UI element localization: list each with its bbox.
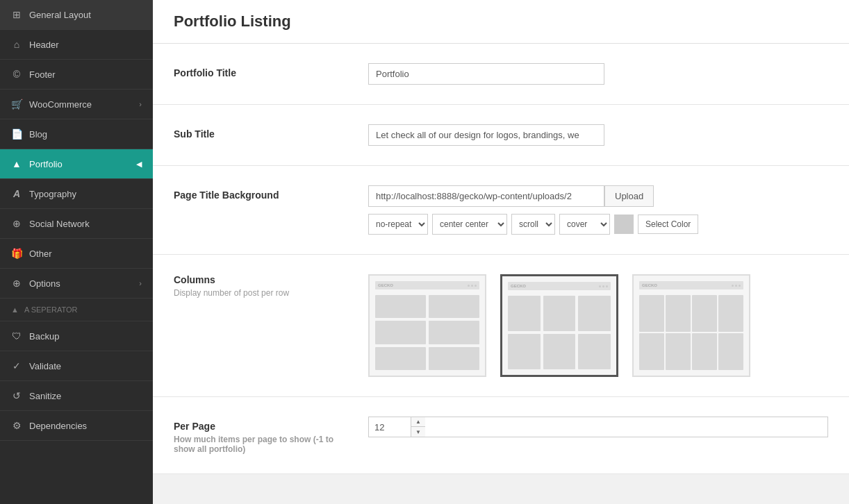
sidebar-item-label: WooCommerce — [29, 99, 92, 110]
per-page-controls: ▲ ▼ — [368, 417, 828, 437]
columns-label-area: Columns Display number of post per row — [174, 274, 354, 377]
columns-sublabel: Display number of post per row — [174, 288, 354, 298]
spinner-buttons: ▲ ▼ — [411, 417, 425, 437]
thumb-grid-3 — [508, 296, 611, 369]
bg-options-row: no-repeat repeat repeat-x repeat-y cente… — [368, 214, 828, 235]
col-4-thumb[interactable]: GECKO — [632, 274, 750, 377]
sidebar-item-label: Typography — [29, 189, 76, 199]
home-icon: ⌂ — [11, 39, 22, 50]
page-bg-section: Page Title Background Upload no-repeat r… — [153, 166, 849, 255]
page-title-bar: Portfolio Listing — [153, 0, 849, 44]
sidebar-item-label: Footer — [29, 69, 56, 80]
sidebar-item-dependencies[interactable]: ⚙ Dependencies — [0, 411, 153, 441]
chevron-right-icon-options: › — [139, 279, 142, 287]
sidebar-item-portfolio[interactable]: ▲ Portfolio ◀ — [0, 149, 153, 179]
thumb-header-4: GECKO — [639, 281, 743, 289]
upload-row: Upload — [368, 185, 828, 207]
sidebar-item-label: Backup — [29, 331, 59, 342]
subtitle-section: Sub Title — [153, 105, 849, 166]
upload-button[interactable]: Upload — [604, 185, 654, 207]
subtitle-input[interactable] — [368, 124, 604, 146]
sidebar-item-social-network[interactable]: ⊕ Social Network — [0, 209, 153, 239]
check-icon: ✓ — [11, 360, 22, 371]
color-swatch — [614, 215, 634, 234]
sidebar: ⊞ General Layout ⌂ Header © Footer 🛒 Woo… — [0, 0, 153, 504]
thumb-inner-4: GECKO — [634, 276, 749, 376]
size-select[interactable]: cover contain auto — [559, 214, 610, 235]
sidebar-item-backup[interactable]: 🛡 Backup — [0, 321, 153, 351]
per-page-section: Per Page How much items per page to show… — [153, 397, 849, 474]
per-page-sublabel: How much items per page to show (-1 to s… — [174, 435, 354, 454]
position-select[interactable]: center center top left top center bottom… — [432, 214, 507, 235]
columns-label: Columns — [174, 274, 354, 285]
select-color-button[interactable]: Select Color — [638, 215, 698, 234]
per-page-input[interactable] — [369, 417, 411, 437]
sidebar-item-label: Other — [29, 249, 52, 259]
sidebar-item-typography[interactable]: A Typography — [0, 179, 153, 209]
sidebar-item-label: Portfolio — [29, 159, 63, 169]
sidebar-item-label: Header — [29, 40, 59, 50]
page-title: Portfolio Listing — [174, 12, 828, 31]
sidebar-item-footer[interactable]: © Footer — [0, 60, 153, 90]
main-content: Portfolio Listing Portfolio Title Sub Ti… — [153, 0, 849, 504]
sidebar-item-label: Dependencies — [29, 421, 87, 431]
col-3-thumb[interactable]: GECKO — [500, 274, 618, 377]
thumb-header-2: GECKO — [375, 281, 479, 289]
sidebar-item-woocommerce[interactable]: 🛒 WooCommerce › — [0, 90, 153, 119]
thumb-inner-3: GECKO — [502, 276, 616, 375]
sidebar-item-blog[interactable]: 📄 Blog — [0, 119, 153, 149]
portfolio-title-controls — [368, 63, 828, 85]
sidebar-item-label: Blog — [29, 129, 47, 140]
sidebar-item-label: Social Network — [29, 219, 90, 229]
type-icon: A — [11, 188, 22, 199]
subtitle-label: Sub Title — [174, 124, 354, 140]
attachment-select[interactable]: scroll fixed — [511, 214, 555, 235]
repeat-select[interactable]: no-repeat repeat repeat-x repeat-y — [368, 214, 428, 235]
sidebar-item-header[interactable]: ⌂ Header — [0, 30, 153, 60]
col-2-thumb[interactable]: GECKO — [368, 274, 486, 377]
sidebar-item-sanitize[interactable]: ↺ Sanitize — [0, 381, 153, 411]
grid-icon: ⊞ — [11, 9, 22, 20]
spin-up-button[interactable]: ▲ — [411, 417, 425, 427]
subtitle-controls — [368, 124, 828, 146]
column-thumbnails: GECKO — [368, 274, 750, 377]
bg-url-input[interactable] — [368, 185, 604, 207]
columns-inner: Columns Display number of post per row G… — [174, 274, 828, 377]
sidebar-item-label: General Layout — [29, 10, 91, 20]
sidebar-item-label: Options — [29, 278, 60, 289]
shield-icon: 🛡 — [11, 330, 22, 342]
gift-icon: 🎁 — [11, 248, 22, 259]
cart-icon: 🛒 — [11, 99, 22, 110]
refresh-icon: ↺ — [11, 390, 22, 401]
sidebar-separator: ▲ A SEPERATOR — [0, 299, 153, 321]
per-page-label: Per Page — [174, 421, 354, 432]
gear-icon: ⚙ — [11, 420, 22, 431]
sidebar-item-label: Sanitize — [29, 391, 61, 401]
plus-circle-icon: ⊕ — [11, 278, 22, 289]
thumb-inner-2: GECKO — [370, 276, 485, 376]
copyright-icon: © — [11, 69, 22, 80]
thumb-grid-2 — [375, 295, 479, 370]
thumb-grid-4 — [639, 295, 743, 370]
person-icon: ▲ — [11, 158, 22, 169]
content-area: Portfolio Title Sub Title Page Title Bac… — [153, 44, 849, 474]
sidebar-item-label: Validate — [29, 361, 61, 371]
sidebar-item-options[interactable]: ⊕ Options › — [0, 269, 153, 299]
per-page-label-area: Per Page How much items per page to show… — [174, 417, 354, 454]
sidebar-item-validate[interactable]: ✓ Validate — [0, 351, 153, 381]
chevron-right-icon: › — [139, 100, 142, 108]
portfolio-title-input[interactable] — [368, 63, 604, 85]
sidebar-item-other[interactable]: 🎁 Other — [0, 239, 153, 269]
sidebar-item-general-layout[interactable]: ⊞ General Layout — [0, 0, 153, 30]
share-icon: ⊕ — [11, 218, 22, 229]
portfolio-title-section: Portfolio Title — [153, 44, 849, 105]
portfolio-title-label: Portfolio Title — [174, 63, 354, 78]
number-input-wrap: ▲ ▼ — [368, 417, 828, 437]
active-indicator-icon: ◀ — [136, 160, 142, 169]
spin-down-button[interactable]: ▼ — [411, 427, 425, 437]
separator-icon: ▲ — [11, 305, 19, 314]
page-bg-controls: Upload no-repeat repeat repeat-x repeat-… — [368, 185, 828, 235]
thumb-header-3: GECKO — [508, 282, 611, 290]
document-icon: 📄 — [11, 128, 22, 140]
columns-section: Columns Display number of post per row G… — [153, 255, 849, 397]
